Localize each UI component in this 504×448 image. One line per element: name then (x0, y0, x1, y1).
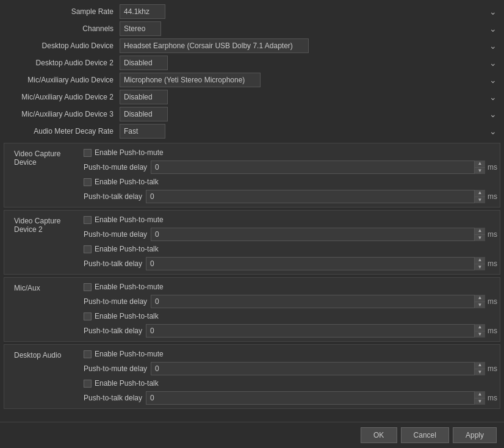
push-to-mute-checkbox-desktop-audio[interactable] (84, 350, 92, 358)
push-to-talk-label-mic-aux[interactable]: Enable Push-to-talk (95, 312, 159, 320)
push-to-mute-delay-label-video-capture-device: Push-to-mute delay (84, 163, 147, 172)
push-to-mute-delay-row-desktop-audio: Push-to-mute delay ▲ ▼ ms (84, 362, 497, 375)
desktop-audio-device-2-select[interactable]: Disabled Default (120, 56, 168, 70)
push-to-mute-delay-label-mic-aux: Push-to-mute delay (84, 297, 147, 306)
push-to-mute-spin-up-video-capture-device-2[interactable]: ▲ (475, 228, 485, 235)
push-to-talk-spin-up-desktop-audio[interactable]: ▲ (475, 391, 485, 399)
desktop-audio-device-dropdown-wrapper: Headset Earphone (Corsair USB Dolby 7.1 … (120, 38, 500, 53)
desktop-audio-device-select[interactable]: Headset Earphone (Corsair USB Dolby 7.1 … (120, 38, 309, 53)
push-to-talk-checkbox-video-capture-device[interactable] (84, 178, 92, 186)
push-to-talk-delay-input-wrapper-video-capture-device-2: ▲ ▼ (146, 257, 485, 270)
push-to-talk-label-video-capture-device[interactable]: Enable Push-to-talk (95, 178, 159, 186)
push-to-mute-ms-video-capture-device-2: ms (488, 230, 497, 239)
push-to-mute-spin-up-mic-aux[interactable]: ▲ (475, 295, 485, 302)
push-to-talk-delay-label-video-capture-device-2: Push-to-talk delay (84, 259, 142, 268)
device-controls-video-capture-device-2: Enable Push-to-mute Push-to-mute delay ▲… (84, 211, 500, 274)
bottom-bar: OK Cancel Apply (0, 422, 504, 448)
device-label-video-capture-device-2: Video Capture Device 2 (4, 211, 84, 274)
channels-row: Channels Stereo Mono (4, 21, 500, 37)
audio-meter-decay-rate-dropdown-wrapper: Fast Medium Slow (120, 124, 500, 139)
sample-rate-label: Sample Rate (4, 7, 120, 16)
push-to-mute-spinbox-desktop-audio: ▲ ▼ (474, 362, 485, 375)
channels-label: Channels (4, 24, 120, 33)
mic-aux-audio-device-3-label: Mic/Auxiliary Audio Device 3 (4, 110, 120, 118)
push-to-mute-label-video-capture-device-2[interactable]: Enable Push-to-mute (95, 215, 164, 224)
push-to-talk-spin-up-video-capture-device[interactable]: ▲ (475, 190, 485, 197)
push-to-talk-delay-input-wrapper-video-capture-device: ▲ ▼ (146, 190, 485, 203)
push-to-mute-label-mic-aux[interactable]: Enable Push-to-mute (95, 283, 164, 291)
push-to-talk-delay-input-wrapper-desktop-audio: ▲ ▼ (146, 391, 485, 405)
push-to-mute-delay-input-video-capture-device-2[interactable] (151, 228, 485, 241)
push-to-mute-delay-input-desktop-audio[interactable] (151, 362, 485, 375)
push-to-mute-checkbox-mic-aux[interactable] (84, 283, 92, 291)
push-to-talk-spin-up-video-capture-device-2[interactable]: ▲ (475, 257, 485, 264)
channels-dropdown-wrapper: Stereo Mono (120, 21, 500, 36)
mic-aux-audio-device-select[interactable]: Microphone (Yeti Stereo Microphone) Defa… (120, 73, 261, 87)
mic-aux-audio-device-3-control: Disabled Default (120, 107, 500, 121)
push-to-mute-spinbox-video-capture-device: ▲ ▼ (474, 161, 485, 174)
push-to-talk-spinbox-desktop-audio: ▲ ▼ (474, 391, 485, 405)
main-container: Sample Rate 44.1khz 48khz 96khz 192khz C… (0, 0, 504, 448)
desktop-audio-device-2-row: Desktop Audio Device 2 Disabled Default (4, 55, 500, 71)
sample-rate-select[interactable]: 44.1khz 48khz 96khz 192khz (120, 4, 165, 19)
push-to-mute-label-desktop-audio[interactable]: Enable Push-to-mute (95, 350, 164, 358)
sample-rate-row: Sample Rate 44.1khz 48khz 96khz 192khz (4, 4, 500, 20)
sample-rate-dropdown-wrapper: 44.1khz 48khz 96khz 192khz (120, 4, 500, 19)
push-to-talk-spin-up-mic-aux[interactable]: ▲ (475, 324, 485, 331)
spacer (4, 411, 500, 422)
push-to-mute-delay-label-desktop-audio: Push-to-mute delay (84, 364, 147, 373)
device-section-mic-aux: Mic/Aux Enable Push-to-mute Push-to-mute… (4, 277, 500, 342)
push-to-talk-ms-video-capture-device: ms (488, 192, 497, 201)
audio-meter-decay-rate-row: Audio Meter Decay Rate Fast Medium Slow (4, 123, 500, 139)
push-to-talk-delay-input-video-capture-device[interactable] (146, 190, 485, 203)
push-to-mute-spin-up-video-capture-device[interactable]: ▲ (475, 161, 485, 168)
ok-button[interactable]: OK (361, 427, 397, 443)
push-to-talk-delay-input-desktop-audio[interactable] (146, 391, 485, 405)
push-to-mute-label-video-capture-device[interactable]: Enable Push-to-mute (95, 148, 164, 157)
push-to-talk-delay-label-desktop-audio: Push-to-talk delay (84, 394, 142, 402)
device-label-mic-aux: Mic/Aux (4, 278, 84, 341)
cancel-button[interactable]: Cancel (401, 427, 449, 443)
settings-scroll-area[interactable]: Sample Rate 44.1khz 48khz 96khz 192khz C… (0, 0, 504, 422)
push-to-mute-spin-down-video-capture-device-2[interactable]: ▼ (475, 235, 485, 242)
channels-select[interactable]: Stereo Mono (120, 21, 161, 36)
push-to-mute-ms-mic-aux: ms (488, 297, 497, 306)
push-to-mute-checkbox-video-capture-device[interactable] (84, 149, 92, 157)
push-to-mute-delay-input-wrapper-mic-aux: ▲ ▼ (151, 295, 485, 308)
push-to-mute-delay-input-video-capture-device[interactable] (151, 161, 485, 174)
push-to-mute-spin-down-desktop-audio[interactable]: ▼ (475, 369, 485, 376)
push-to-talk-row-video-capture-device-2: Enable Push-to-talk (84, 242, 497, 256)
push-to-talk-delay-row-mic-aux: Push-to-talk delay ▲ ▼ ms (84, 324, 497, 338)
mic-aux-audio-device-3-select[interactable]: Disabled Default (120, 107, 168, 121)
push-to-talk-spin-down-video-capture-device-2[interactable]: ▼ (475, 264, 485, 271)
push-to-talk-delay-input-mic-aux[interactable] (146, 324, 485, 338)
push-to-talk-label-desktop-audio[interactable]: Enable Push-to-talk (95, 379, 159, 388)
audio-meter-decay-rate-control: Fast Medium Slow (120, 124, 500, 139)
push-to-mute-checkbox-video-capture-device-2[interactable] (84, 216, 92, 224)
apply-button[interactable]: Apply (453, 427, 497, 443)
push-to-talk-delay-input-wrapper-mic-aux: ▲ ▼ (146, 324, 485, 338)
push-to-talk-ms-desktop-audio: ms (488, 394, 497, 402)
push-to-talk-spin-down-mic-aux[interactable]: ▼ (475, 331, 485, 338)
push-to-mute-spin-down-mic-aux[interactable]: ▼ (475, 302, 485, 309)
desktop-audio-device-2-label: Desktop Audio Device 2 (4, 59, 120, 67)
push-to-talk-checkbox-video-capture-device-2[interactable] (84, 245, 92, 253)
push-to-talk-checkbox-desktop-audio[interactable] (84, 380, 92, 388)
push-to-mute-spin-up-desktop-audio[interactable]: ▲ (475, 362, 485, 369)
audio-meter-decay-rate-select[interactable]: Fast Medium Slow (120, 124, 165, 139)
push-to-talk-checkbox-mic-aux[interactable] (84, 313, 92, 320)
push-to-talk-delay-input-video-capture-device-2[interactable] (146, 257, 485, 270)
push-to-mute-delay-input-mic-aux[interactable] (151, 295, 485, 308)
push-to-talk-spin-down-desktop-audio[interactable]: ▼ (475, 399, 485, 405)
push-to-mute-delay-input-wrapper-video-capture-device: ▲ ▼ (151, 161, 485, 174)
push-to-mute-delay-input-wrapper-video-capture-device-2: ▲ ▼ (151, 228, 485, 241)
push-to-talk-spin-down-video-capture-device[interactable]: ▼ (475, 197, 485, 204)
push-to-talk-delay-label-mic-aux: Push-to-talk delay (84, 327, 142, 335)
mic-aux-audio-device-2-select[interactable]: Disabled Default (120, 90, 168, 104)
push-to-talk-label-video-capture-device-2[interactable]: Enable Push-to-talk (95, 245, 159, 253)
push-to-mute-delay-input-wrapper-desktop-audio: ▲ ▼ (151, 362, 485, 375)
device-sections-container: Video Capture Device Enable Push-to-mute… (4, 143, 500, 409)
mic-aux-audio-device-2-label: Mic/Auxiliary Audio Device 2 (4, 93, 120, 101)
push-to-mute-spin-down-video-capture-device[interactable]: ▼ (475, 168, 485, 175)
push-to-mute-row-mic-aux: Enable Push-to-mute (84, 280, 497, 294)
